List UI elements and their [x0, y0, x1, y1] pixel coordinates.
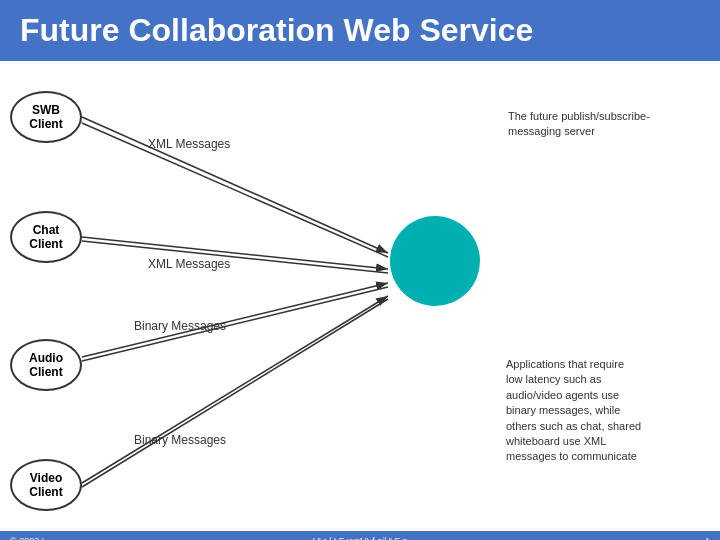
binary-messages-label-1: Binary Messages	[134, 319, 226, 333]
footer-left: © 2003 L	[10, 536, 127, 540]
svg-line-3	[82, 123, 388, 257]
swb-client-box: SWBClient	[10, 91, 82, 143]
svg-line-8	[82, 296, 388, 483]
audio-client-label: AudioClient	[29, 351, 63, 380]
header: Future Collaboration Web Service	[0, 0, 720, 61]
chat-client-box: ChatClient	[10, 211, 82, 263]
footer-center: I " r / I F yyr1& f oil " F n	[127, 536, 594, 540]
xml-messages-label-2: XML Messages	[148, 257, 230, 271]
svg-line-5	[82, 241, 388, 273]
video-client-label: VideoClient	[29, 471, 62, 500]
svg-line-7	[82, 287, 388, 361]
video-client-box: VideoClient	[10, 459, 82, 511]
pubsub-info-box: The future publish/subscribe- messaging …	[508, 109, 704, 140]
audio-client-box: AudioClient	[10, 339, 82, 391]
applications-info-box: Applications that requirelow latency suc…	[506, 357, 706, 465]
chat-client-label: ChatClient	[29, 223, 62, 252]
svg-line-6	[82, 283, 388, 357]
binary-messages-label-2: Binary Messages	[134, 433, 226, 447]
swb-client-label: SWBClient	[29, 103, 62, 132]
footer-bar: © 2003 L I " r / I F yyr1& f oil " F n 1	[0, 531, 720, 540]
footer-right: 1	[593, 536, 710, 540]
server-circle	[390, 216, 480, 306]
svg-line-2	[82, 117, 388, 253]
content-area: SWBClient ChatClient AudioClient VideoCl…	[0, 61, 720, 540]
svg-line-4	[82, 237, 388, 269]
svg-line-9	[82, 299, 388, 487]
header-title: Future Collaboration Web Service	[20, 12, 533, 48]
xml-messages-label-1: XML Messages	[148, 137, 230, 151]
